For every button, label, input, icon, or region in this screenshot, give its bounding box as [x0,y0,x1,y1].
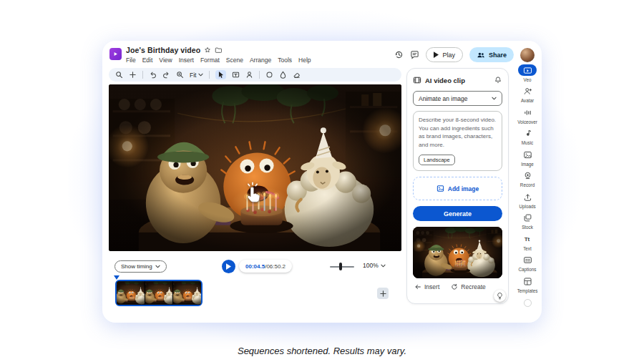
clip-frame [145,281,173,305]
rail-item-avatar[interactable]: Avatar [514,86,540,104]
comment-icon[interactable] [410,50,419,59]
people-icon [477,51,485,59]
avatar-add-icon [518,86,537,97]
chevron-down-icon [198,73,203,77]
prompt-placeholder: Describe your 8-second video. You can ad… [419,116,497,149]
video-canvas[interactable] [109,84,401,251]
menu-edit[interactable]: Edit [142,57,153,64]
timeline-zoom-slider[interactable] [330,264,354,270]
templates-icon [518,275,537,287]
music-note-icon [518,128,537,140]
search-icon[interactable] [115,71,123,79]
star-icon[interactable] [204,47,211,54]
menu-arrange[interactable]: Arrange [250,57,271,64]
record-icon [518,170,537,182]
stock-media-icon [518,212,537,224]
version-history-icon[interactable] [394,50,404,59]
pointer-hand-cursor [242,182,263,206]
shape-icon[interactable] [265,71,273,79]
user-avatar[interactable] [520,48,535,62]
eraser-icon[interactable] [293,71,301,79]
menu-file[interactable]: File [126,57,136,64]
image-icon [436,185,444,192]
app-window: Joe's Birthday video File Edit View Inse… [102,41,542,323]
fit-zoom-dropdown[interactable]: Fit [190,72,203,79]
toolbar: Fit [109,68,401,82]
generate-button[interactable]: Generate [413,206,502,221]
menu-view[interactable]: View [159,57,172,64]
select-cursor-tool[interactable] [215,70,226,79]
rail-item-image[interactable]: Image [514,149,540,167]
timeline-clip[interactable] [115,280,203,306]
rail-item-templates[interactable]: Templates [514,275,540,293]
mode-dropdown[interactable]: Animate an image [413,91,502,106]
rail-item-veo[interactable]: Veo [514,64,540,82]
menu-tools[interactable]: Tools [278,57,292,64]
generated-preview-thumbnail[interactable] [413,227,502,278]
menu-help[interactable]: Help [298,57,311,64]
slider-handle[interactable] [339,263,342,270]
toolbar-divider [142,71,143,79]
text-box-icon[interactable] [232,71,240,79]
rail-item-music[interactable]: Music [514,128,540,146]
panel-title: AI video clip [425,77,465,84]
add-clip-button[interactable] [377,288,389,299]
add-image-button[interactable]: Add image [413,177,502,200]
toolbar-divider [209,71,210,79]
recreate-button[interactable]: Recreate [451,283,486,290]
rail-item-record[interactable]: Record [514,170,540,188]
slider-track [330,266,354,268]
refresh-icon [451,283,458,290]
menu-format[interactable]: Format [200,57,220,64]
total-time: 06:50.2 [266,263,286,270]
rail-more-icon [524,299,532,307]
cursor-icon [217,71,225,79]
bell-icon[interactable] [494,76,502,84]
menubar: File Edit View Insert Format Scene Arran… [126,57,311,64]
veo-icon [518,64,537,76]
share-button[interactable]: Share [469,47,514,62]
show-timing-dropdown[interactable]: Show timing [114,260,167,273]
svg-text:Tt: Tt [524,236,530,243]
chevron-down-icon [492,97,497,100]
document-title[interactable]: Joe's Birthday video [126,46,200,54]
rail-item-stock[interactable]: Stock [514,212,540,230]
scene-illustration [109,84,401,251]
upload-icon [518,191,537,202]
rail-item-text[interactable]: Tt Text [514,233,540,251]
play-icon [434,52,439,58]
app-logo-icon[interactable] [109,48,122,60]
move-folder-icon[interactable] [215,47,222,54]
tips-button[interactable] [494,290,506,302]
person-icon[interactable] [245,71,253,79]
chevron-down-icon [155,265,160,268]
lightbulb-icon [496,292,504,300]
paint-drop-icon[interactable] [279,71,287,79]
clip-frame [173,281,201,305]
voiceover-icon [518,107,537,118]
image-icon [518,149,537,160]
add-icon[interactable] [129,71,137,79]
chevron-down-icon [381,264,386,268]
zoom-level-dropdown[interactable]: 100% [363,262,386,269]
prompt-input[interactable]: Describe your 8-second video. You can ad… [413,111,502,171]
rail-item-uploads[interactable]: Uploads [514,191,540,209]
redo-icon[interactable] [162,71,170,79]
timecode-display: 00:04.5 / 06:50.2 [239,260,292,273]
tool-rail: Veo Avatar Voiceover Music Image [514,64,540,307]
rail-item-captions[interactable]: Captions [514,255,540,273]
play-button[interactable]: Play [426,47,463,62]
zoom-in-icon[interactable] [176,71,184,79]
menu-scene[interactable]: Scene [226,57,243,64]
disclaimer-caption: Sequences shortened. Results may vary. [0,346,644,356]
undo-icon[interactable] [149,71,157,79]
filmstrip-icon [413,76,421,84]
aspect-ratio-chip[interactable]: Landscape [419,155,455,165]
preview-scene-illustration [413,227,502,278]
menu-insert[interactable]: Insert [179,57,194,64]
play-icon [226,263,231,270]
insert-button[interactable]: Insert [414,283,439,290]
rail-item-voiceover[interactable]: Voiceover [514,107,540,124]
arrow-left-icon [414,283,421,290]
timeline-play-button[interactable] [222,260,235,273]
